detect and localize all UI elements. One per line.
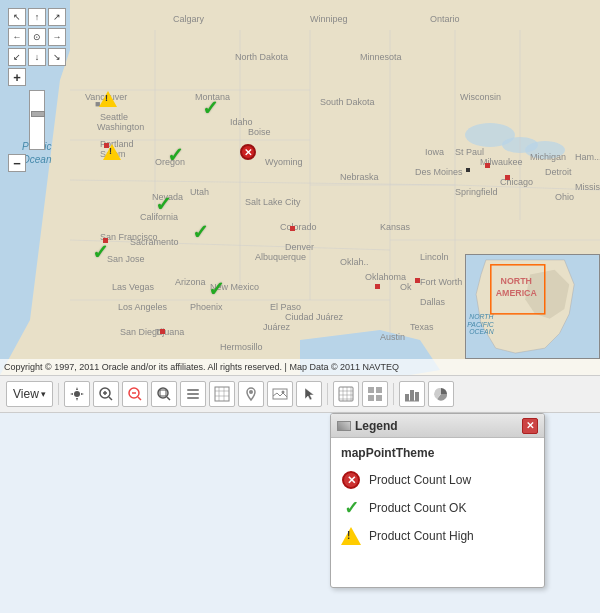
nav-arrow-ne[interactable]: ↗ xyxy=(48,8,66,26)
bar-chart-icon xyxy=(404,386,420,402)
svg-text:Oklah..: Oklah.. xyxy=(340,257,369,267)
legend-header-icon xyxy=(337,421,351,431)
svg-text:Winnipeg: Winnipeg xyxy=(310,14,348,24)
grid-button[interactable] xyxy=(362,381,388,407)
svg-text:Des Moines: Des Moines xyxy=(415,167,463,177)
svg-text:Albuquerque: Albuquerque xyxy=(255,252,306,262)
marker-oregon[interactable] xyxy=(103,144,121,160)
legend-panel: Legend ✕ mapPointTheme Product Count Low… xyxy=(330,413,545,588)
svg-text:Boise: Boise xyxy=(248,127,271,137)
svg-rect-121 xyxy=(376,387,382,393)
svg-text:Arizona: Arizona xyxy=(175,277,206,287)
zoom-in-toolbar-button[interactable] xyxy=(93,381,119,407)
rect-select-button[interactable] xyxy=(151,381,177,407)
bar-chart-button[interactable] xyxy=(399,381,425,407)
svg-text:Lincoln: Lincoln xyxy=(420,252,449,262)
svg-text:El Paso: El Paso xyxy=(270,302,301,312)
svg-text:Tijuana: Tijuana xyxy=(155,327,184,337)
zoom-out-button[interactable]: − xyxy=(8,154,26,172)
pie-chart-icon xyxy=(433,386,449,402)
legend-label-high: Product Count High xyxy=(369,529,474,543)
svg-text:Colorado: Colorado xyxy=(280,222,317,232)
svg-line-99 xyxy=(109,397,112,400)
svg-point-95 xyxy=(74,391,80,397)
svg-rect-107 xyxy=(187,393,199,395)
svg-rect-120 xyxy=(368,387,374,393)
pie-chart-button[interactable] xyxy=(428,381,454,407)
svg-text:Chicago: Chicago xyxy=(500,177,533,187)
svg-text:Calgary: Calgary xyxy=(173,14,205,24)
ok-icon: ✓ xyxy=(192,221,209,243)
svg-rect-87 xyxy=(466,168,470,172)
view-label: View xyxy=(13,387,39,401)
map-layers-button[interactable] xyxy=(180,381,206,407)
svg-text:Las Vegas: Las Vegas xyxy=(112,282,155,292)
ok-icon: ✓ xyxy=(92,241,109,263)
rect-select-icon xyxy=(156,386,172,402)
svg-text:San Jose: San Jose xyxy=(107,254,145,264)
nav-center[interactable]: ⊙ xyxy=(28,28,46,46)
warning-icon xyxy=(341,527,361,545)
svg-rect-86 xyxy=(160,329,165,334)
pan-button[interactable] xyxy=(64,381,90,407)
svg-text:Utah: Utah xyxy=(190,187,209,197)
marker-montana[interactable]: ✓ xyxy=(202,96,219,120)
zoom-track xyxy=(29,90,45,150)
marker-sanjose[interactable]: ✓ xyxy=(92,240,109,264)
zoom-thumb[interactable] xyxy=(31,111,45,117)
legend-label-ok: Product Count OK xyxy=(369,501,466,515)
zoom-out-toolbar-button[interactable] xyxy=(122,381,148,407)
nav-arrow-e[interactable]: → xyxy=(48,28,66,46)
nav-arrow-w[interactable]: ← xyxy=(8,28,26,46)
svg-text:Salt Lake City: Salt Lake City xyxy=(245,197,301,207)
toolbar-separator-2 xyxy=(327,383,328,405)
warning-icon xyxy=(99,91,117,107)
nav-arrow-n[interactable]: ↑ xyxy=(28,8,46,26)
view-button[interactable]: View ▾ xyxy=(6,381,53,407)
nav-arrow-s[interactable]: ↓ xyxy=(28,48,46,66)
layers-icon xyxy=(185,386,201,402)
zoom-in-button[interactable]: + xyxy=(8,68,26,86)
ok-icon: ✓ xyxy=(155,193,172,215)
marker-seattle[interactable] xyxy=(99,91,117,107)
zoom-in-icon xyxy=(98,386,114,402)
map-view-icon xyxy=(214,386,230,402)
svg-text:OCEAN: OCEAN xyxy=(469,328,493,335)
route-button[interactable] xyxy=(333,381,359,407)
svg-line-105 xyxy=(167,397,170,400)
nav-arrow-sw[interactable]: ↙ xyxy=(8,48,26,66)
cursor-icon xyxy=(301,386,317,402)
marker-nevada[interactable]: ✓ xyxy=(155,192,172,216)
nav-arrow-se[interactable]: ↘ xyxy=(48,48,66,66)
svg-text:Detroit: Detroit xyxy=(545,167,572,177)
map-view-button[interactable] xyxy=(209,381,235,407)
cursor-button[interactable] xyxy=(296,381,322,407)
map-container[interactable]: Calgary Winnipeg Ontario North Dakota Mi… xyxy=(0,0,600,375)
legend-title: Legend xyxy=(355,419,398,433)
svg-text:Fort Worth: Fort Worth xyxy=(420,277,462,287)
svg-text:Juárez: Juárez xyxy=(263,322,291,332)
error-icon xyxy=(342,471,360,489)
location-button[interactable] xyxy=(238,381,264,407)
ok-icon: ✓ xyxy=(202,97,219,119)
svg-text:Iowa: Iowa xyxy=(425,147,444,157)
marker-wyoming[interactable]: ✕ xyxy=(240,144,256,160)
error-icon: ✕ xyxy=(240,144,256,160)
svg-text:Texas: Texas xyxy=(410,322,434,332)
copyright-text: Copyright © 1997, 2011 Oracle and/or its… xyxy=(4,362,399,372)
marker-utah[interactable]: ✓ xyxy=(192,220,209,244)
legend-theme-title: mapPointTheme xyxy=(341,446,534,460)
legend-close-button[interactable]: ✕ xyxy=(522,418,538,434)
svg-rect-81 xyxy=(375,284,380,289)
legend-header-left: Legend xyxy=(337,419,398,433)
image-button[interactable] xyxy=(267,381,293,407)
nav-arrow-nw[interactable]: ↖ xyxy=(8,8,26,26)
warning-icon xyxy=(103,144,121,160)
svg-rect-124 xyxy=(405,394,409,401)
svg-text:Mississauga: Mississauga xyxy=(575,182,600,192)
marker-phoenix[interactable]: ✓ xyxy=(208,277,225,301)
legend-icon-high xyxy=(341,526,361,546)
marker-idaho[interactable]: ✓ xyxy=(167,143,184,167)
zoom-out-icon xyxy=(127,386,143,402)
svg-text:Wisconsin: Wisconsin xyxy=(460,92,501,102)
